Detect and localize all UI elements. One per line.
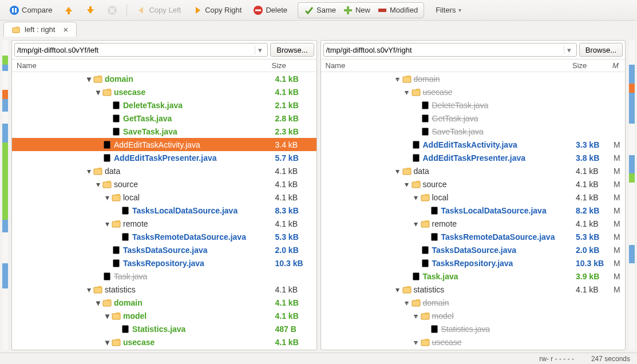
main-toolbar: Compare Copy Left Copy Right Delete Same…	[0, 0, 637, 21]
tree-row[interactable]: ▾usecase4.1 kB	[12, 85, 316, 98]
same-filter-toggle[interactable]: Same	[300, 4, 339, 17]
expander-icon[interactable]: ▾	[94, 298, 101, 307]
expander-icon[interactable]: ▾	[413, 311, 420, 321]
right-browse-button[interactable]: Browse...	[579, 43, 623, 57]
tree-row[interactable]: ▾model4.1 kB	[12, 309, 316, 322]
modified-filter-toggle[interactable]: Modified	[374, 4, 421, 17]
tree-row[interactable]: TasksDataSource.java2.0 kB	[12, 243, 316, 256]
row-size: 4.1 kB	[273, 298, 313, 307]
expander-icon[interactable]: ▾	[104, 193, 110, 202]
expander-icon[interactable]: ▾	[104, 219, 110, 228]
close-icon[interactable]: ×	[63, 25, 68, 34]
expander-icon[interactable]: ▾	[413, 193, 420, 202]
filters-menu[interactable]: Filters ▾	[431, 4, 465, 16]
tree-row[interactable]: ▾usecase	[321, 85, 626, 98]
tree-row[interactable]: GetTask.java	[321, 112, 626, 125]
tree-row[interactable]: GetStatistics.java	[321, 349, 626, 350]
tree-row[interactable]: AddEditTaskPresenter.java5.7 kB	[12, 151, 316, 164]
tree-row[interactable]: Statistics.java	[321, 322, 626, 335]
expander-icon[interactable]: ▾	[94, 88, 101, 97]
expander-icon[interactable]: ▾	[403, 298, 410, 307]
col-name-header[interactable]: Name	[326, 61, 573, 70]
left-tree[interactable]: ▾domain4.1 kB▾usecase4.1 kBDeleteTask.ja…	[12, 72, 316, 350]
compare-button[interactable]: Compare	[5, 3, 57, 17]
tree-row[interactable]: AddEditTaskActivity.java3.3 kBM	[321, 138, 626, 151]
expander-icon[interactable]: ▾	[104, 311, 110, 321]
tree-row[interactable]: TasksRemoteDataSource.java5.3 kBM	[321, 230, 626, 243]
expander-icon[interactable]: ▾	[403, 180, 410, 189]
tab-left-right[interactable]: left : right ×	[3, 22, 77, 37]
tree-row[interactable]: GetStatistics.java2.5 kB	[12, 349, 316, 350]
tree-row[interactable]: TasksLocalDataSource.java8.2 kBM	[321, 204, 626, 217]
row-size: 4.1 kB	[273, 285, 313, 294]
new-filter-toggle[interactable]: New	[339, 4, 374, 17]
chevron-down-icon[interactable]: ▾	[255, 46, 265, 54]
tree-row[interactable]: ▾source4.1 kBM	[321, 177, 626, 191]
tree-row[interactable]: DeleteTask.java	[321, 98, 626, 112]
tree-row[interactable]: TasksRepository.java10.3 kB	[12, 256, 316, 270]
expander-icon[interactable]: ▾	[394, 74, 401, 84]
tree-row[interactable]: ▾local4.1 kB	[12, 191, 316, 204]
tree-row[interactable]: ▾usecase4.1 kB	[12, 335, 316, 349]
expander-icon[interactable]: ▾	[94, 180, 101, 189]
tree-row[interactable]: ▾source4.1 kB	[12, 177, 316, 191]
tree-row[interactable]: TasksDataSource.java2.0 kBM	[321, 243, 626, 256]
tree-row[interactable]: TasksRemoteDataSource.java5.3 kB	[12, 230, 316, 243]
tree-row[interactable]: ▾usecase	[321, 335, 626, 349]
arrow-down-button[interactable]	[81, 3, 100, 17]
row-size: 4.1 kB	[273, 88, 313, 97]
expander-icon[interactable]: ▾	[85, 167, 92, 176]
expander-icon[interactable]: ▾	[394, 167, 401, 176]
tree-row[interactable]: AddEditTaskPresenter.java3.8 kBM	[321, 151, 626, 164]
left-path-field[interactable]	[17, 46, 255, 54]
tree-row[interactable]: TasksRepository.java10.3 kBM	[321, 256, 626, 270]
tree-row[interactable]: ▾remote4.1 kB	[12, 217, 316, 230]
tree-row[interactable]: Task.java	[12, 270, 316, 283]
tree-row[interactable]: GetTask.java2.8 kB	[12, 112, 316, 125]
tree-row[interactable]: ▾domain	[321, 72, 626, 85]
tree-row[interactable]: ▾domain4.1 kB	[12, 72, 316, 85]
right-path-field[interactable]	[326, 46, 564, 54]
right-path-input[interactable]: ▾	[323, 43, 577, 57]
tree-row[interactable]: DeleteTask.java2.1 kB	[12, 98, 316, 112]
right-tree[interactable]: ▾domain▾usecaseDeleteTask.javaGetTask.ja…	[321, 72, 626, 350]
col-extra-header[interactable]: M	[612, 61, 620, 70]
tree-row[interactable]: ▾data4.1 kBM	[321, 164, 626, 177]
left-overview-bar[interactable]	[2, 40, 8, 350]
tree-row[interactable]: ▾model	[321, 309, 626, 322]
row-size: 2.3 kB	[273, 127, 313, 136]
expander-icon[interactable]: ▾	[413, 338, 420, 347]
tree-row[interactable]: AddEditTaskActivity.java3.4 kB	[12, 138, 316, 151]
tree-row[interactable]: ▾domain4.1 kB	[12, 296, 316, 309]
tree-row[interactable]: TasksLocalDataSource.java8.3 kB	[12, 204, 316, 217]
expander-icon[interactable]: ▾	[403, 88, 410, 97]
row-label: remote	[123, 219, 148, 228]
tree-row[interactable]: ▾data4.1 kB	[12, 164, 316, 177]
left-browse-button[interactable]: Browse...	[270, 43, 314, 57]
tree-row[interactable]: ▾statistics4.1 kBM	[321, 283, 626, 296]
tree-row[interactable]: Task.java3.9 kBM	[321, 270, 626, 283]
expander-icon[interactable]: ▾	[394, 285, 401, 294]
copy-right-button[interactable]: Copy Right	[188, 3, 246, 17]
chevron-down-icon[interactable]: ▾	[564, 46, 574, 54]
tree-row[interactable]: ▾local4.1 kBM	[321, 191, 626, 204]
expander-icon[interactable]: ▾	[104, 338, 110, 347]
col-size-header[interactable]: Size	[272, 61, 312, 70]
arrow-up-button[interactable]	[59, 3, 78, 17]
tree-row[interactable]: SaveTask.java2.3 kB	[12, 125, 316, 138]
tree-row[interactable]: ▾domain	[321, 296, 626, 309]
col-name-header[interactable]: Name	[17, 61, 272, 70]
tree-row[interactable]: Statistics.java487 B	[12, 322, 316, 335]
expander-icon[interactable]: ▾	[85, 74, 92, 84]
left-path-input[interactable]: ▾	[14, 43, 268, 57]
right-overview-bar[interactable]	[629, 40, 635, 350]
tree-row[interactable]: ▾statistics4.1 kB	[12, 283, 316, 296]
delete-button[interactable]: Delete	[248, 3, 292, 17]
expander-icon[interactable]: ▾	[413, 219, 420, 228]
row-label: Statistics.java	[132, 325, 185, 334]
stop-button	[102, 3, 122, 17]
col-size-header[interactable]: Size	[572, 61, 612, 70]
expander-icon[interactable]: ▾	[85, 285, 92, 294]
tree-row[interactable]: ▾remote4.1 kBM	[321, 217, 626, 230]
tree-row[interactable]: SaveTask.java	[321, 125, 626, 138]
